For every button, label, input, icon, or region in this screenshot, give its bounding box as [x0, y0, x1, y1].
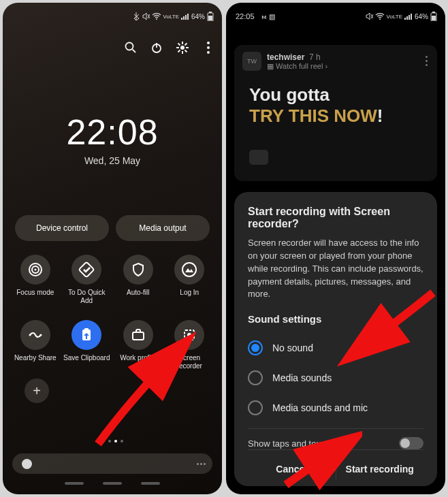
- brightness-menu-icon[interactable]: [197, 463, 206, 465]
- radio-label: Media sounds and mic: [272, 402, 368, 413]
- quick-panel-actions: [124, 41, 215, 54]
- avatar[interactable]: TW: [242, 52, 261, 71]
- clock-date: Wed, 25 May: [3, 155, 222, 166]
- svg-rect-42: [432, 12, 435, 13]
- gear-icon[interactable]: [176, 41, 189, 54]
- post-card[interactable]: TW techwiser 7 h ▦ Watch full reel › You…: [234, 45, 437, 181]
- tile-label: Work profile: [120, 354, 156, 369]
- battery-percent: 64%: [191, 13, 205, 20]
- status-bar: VoLTE 64%: [3, 3, 222, 26]
- svg-line-20: [178, 50, 180, 52]
- battery-icon: [430, 12, 437, 21]
- svg-point-35: [187, 333, 191, 337]
- sound-option-media-sounds[interactable]: Media sounds: [248, 363, 423, 393]
- signal-icon: [181, 13, 189, 20]
- svg-rect-38: [406, 16, 408, 20]
- svg-rect-27: [79, 262, 95, 278]
- wifi-icon: [375, 13, 385, 20]
- svg-rect-40: [411, 14, 412, 20]
- clock-time: 22:08: [3, 112, 222, 153]
- start-recording-button[interactable]: Start recording: [336, 458, 424, 480]
- chevron-right-icon: ›: [325, 62, 327, 70]
- radio-label: No sound: [272, 342, 313, 353]
- check-icon: [71, 255, 101, 285]
- mute-icon: [365, 12, 373, 20]
- tile-nearby-share[interactable]: Nearby Share: [12, 320, 59, 370]
- status-time: 22:05: [236, 12, 255, 20]
- mute-icon: [142, 12, 150, 20]
- device-control-label: Device control: [36, 223, 88, 233]
- status-bar: 22:05 ᴍ ▧ VoLTE 64%: [226, 3, 445, 26]
- svg-rect-4: [187, 14, 189, 20]
- tile-log-in[interactable]: Log In: [165, 255, 213, 305]
- svg-rect-2: [183, 16, 185, 20]
- svg-rect-3: [185, 15, 187, 20]
- clipboard-icon: [71, 320, 101, 350]
- post-username[interactable]: techwiser: [267, 52, 304, 62]
- volte-label: VoLTE: [163, 14, 179, 20]
- cancel-button[interactable]: Cancel: [248, 458, 336, 480]
- search-icon[interactable]: [124, 41, 138, 54]
- tile-focus-mode[interactable]: Focus mode: [12, 255, 59, 305]
- recorder-permission-sheet: Start recording with Screen recorder? Sc…: [234, 192, 437, 486]
- mountain-icon: [174, 255, 204, 285]
- media-output-button[interactable]: Media output: [116, 215, 210, 241]
- sheet-title: Start recording with Screen recorder?: [248, 206, 423, 230]
- sound-option-no-sound[interactable]: No sound: [248, 333, 423, 363]
- tile-screen-recorder[interactable]: Screen recorder: [165, 320, 213, 370]
- sheet-body: Screen recorder will have access to the …: [248, 237, 423, 301]
- tile-work-profile[interactable]: Work profile: [114, 320, 162, 370]
- show-taps-toggle[interactable]: [399, 437, 423, 449]
- bluetooth-icon: [133, 12, 140, 20]
- tile-label: Focus mode: [16, 289, 54, 304]
- record-icon: [174, 320, 204, 350]
- svg-rect-43: [432, 16, 436, 20]
- add-tile-button[interactable]: +: [25, 379, 49, 403]
- svg-rect-7: [208, 16, 212, 20]
- svg-line-17: [178, 44, 180, 46]
- power-icon[interactable]: [150, 41, 163, 54]
- kebab-icon[interactable]: [202, 41, 215, 54]
- tile-label: Auto-fill: [127, 289, 149, 304]
- svg-point-26: [34, 269, 36, 271]
- radio-icon: [248, 340, 263, 355]
- tile-to-do-quick-add[interactable]: To Do Quick Add: [63, 255, 110, 305]
- nav-bar: [3, 482, 222, 493]
- svg-rect-6: [209, 12, 212, 13]
- brightness-thumb[interactable]: [22, 459, 32, 469]
- svg-rect-37: [404, 18, 406, 20]
- brightness-slider[interactable]: [12, 453, 212, 474]
- svg-point-8: [126, 43, 133, 50]
- tile-auto-fill[interactable]: Auto-fill: [114, 255, 162, 305]
- svg-point-29: [29, 334, 31, 336]
- radio-icon: [248, 370, 263, 385]
- svg-point-12: [180, 46, 185, 50]
- battery-icon: [207, 12, 214, 21]
- tile-save-clipboard[interactable]: Save Clipboard: [63, 320, 110, 370]
- post-menu-icon[interactable]: [426, 56, 428, 66]
- post-headline: You gotta TRY THIS NOW!: [234, 78, 437, 133]
- share-icon: [20, 320, 50, 350]
- right-screenshot: 22:05 ᴍ ▧ VoLTE 64% TW techwiser 7 h ▦ W…: [226, 3, 445, 494]
- volte-label: VoLTE: [387, 14, 402, 20]
- svg-line-19: [185, 44, 187, 46]
- svg-point-36: [379, 18, 381, 20]
- battery-percent: 64%: [415, 13, 428, 20]
- signal-icon: [404, 13, 413, 20]
- page-indicator: [3, 440, 222, 443]
- wifi-icon: [152, 13, 161, 20]
- post-subline[interactable]: Watch full reel: [276, 62, 323, 70]
- shield-icon: [123, 255, 153, 285]
- show-taps-label: Show taps and touches: [248, 438, 340, 449]
- reel-icon: [249, 150, 268, 165]
- device-control-button[interactable]: Device control: [15, 215, 109, 241]
- left-screenshot: VoLTE 64% 22:08 Wed, 25 May Device contr…: [3, 3, 222, 494]
- svg-line-9: [133, 50, 136, 53]
- tile-label: To Do Quick Add: [63, 289, 110, 305]
- radio-icon: [248, 400, 263, 415]
- svg-line-18: [185, 50, 187, 52]
- svg-rect-1: [181, 18, 182, 20]
- svg-point-28: [182, 263, 196, 276]
- post-age: 7 h: [309, 52, 321, 62]
- sound-option-media-sounds-and-mic[interactable]: Media sounds and mic: [248, 393, 423, 423]
